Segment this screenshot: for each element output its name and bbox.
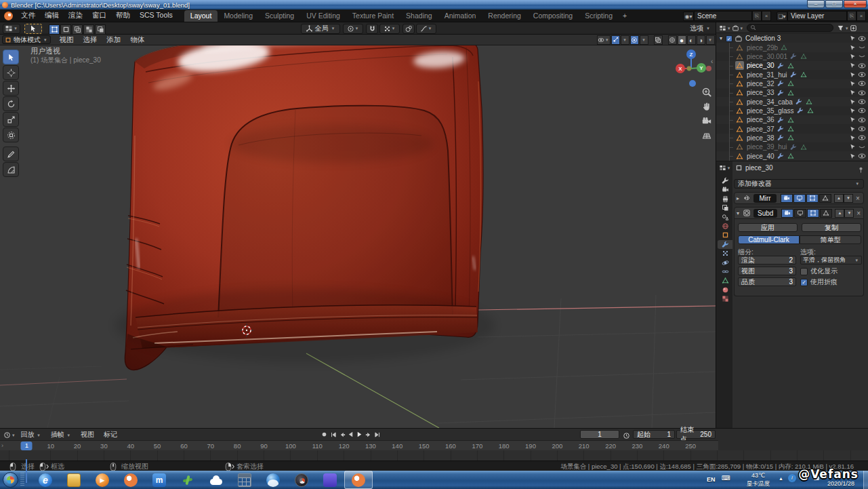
menubar-item[interactable]: 帮助 xyxy=(111,9,135,22)
gizmos-dropdown[interactable]: ▾ xyxy=(621,35,629,45)
outliner-item-piece_30[interactable]: piece_30 xyxy=(716,61,868,70)
object-name[interactable]: piece_33 xyxy=(747,89,774,96)
editor-type-button[interactable]: ▾ xyxy=(3,24,20,34)
shading-rendered-icon[interactable]: ◑ xyxy=(697,35,705,45)
timeline-menu-item[interactable]: 视图 xyxy=(76,429,99,441)
viewport-options-dropdown[interactable]: 选项▾ xyxy=(686,24,713,34)
subsurf-realtime-toggle[interactable] xyxy=(794,209,806,218)
use-preview-range-icon[interactable] xyxy=(623,431,630,439)
select-mode-intersect-icon[interactable] xyxy=(95,24,106,35)
taskbar-app-blender[interactable] xyxy=(117,471,145,489)
object-mesh-icon[interactable] xyxy=(735,88,744,97)
outliner-item-piece_29b[interactable]: piece_29b xyxy=(716,43,868,52)
mirror-modifier-name-field[interactable]: Mirr xyxy=(753,194,777,203)
outliner-item-piece_31_hui[interactable]: piece_31_hui xyxy=(716,70,868,79)
active-object-name[interactable]: piece_30 xyxy=(745,164,773,172)
properties-tab-scene[interactable] xyxy=(718,213,732,222)
object-name[interactable]: piece_39_hui xyxy=(747,143,787,151)
object-mesh-icon[interactable] xyxy=(735,52,744,61)
outliner-search-input[interactable] xyxy=(747,24,833,32)
next-keyframe-icon[interactable] xyxy=(364,430,373,439)
timeline-expand-arrow[interactable]: › xyxy=(1,442,3,449)
workspace-tab-texture-paint[interactable]: Texture Paint xyxy=(346,10,400,22)
properties-tab-object-data[interactable] xyxy=(718,276,732,285)
proportional-falloff-dropdown[interactable]: ▾ xyxy=(416,24,436,34)
transform-orientation-dropdown[interactable]: 全局▾ xyxy=(301,24,340,34)
properties-tab-modifiers[interactable] xyxy=(718,240,732,249)
restrict-select-icon[interactable] xyxy=(848,152,856,160)
workspace-tab-shading[interactable]: Shading xyxy=(400,10,438,22)
optimal-display-row[interactable]: 优化显示 xyxy=(800,267,838,276)
new-view-layer-button[interactable]: ⎘ xyxy=(847,11,856,21)
taskbar-app-file-explorer[interactable] xyxy=(60,471,88,489)
modifier-wrench-icon[interactable] xyxy=(777,62,785,70)
outliner-item-piece_40[interactable]: piece_40 xyxy=(716,151,868,160)
workspace-tab-rendering[interactable]: Rendering xyxy=(482,10,526,22)
subdivision-渲染-field[interactable]: 渲染2 xyxy=(738,256,796,265)
hide-eye-icon[interactable] xyxy=(858,106,866,115)
menubar-item[interactable]: 渲染 xyxy=(64,9,87,22)
catmull-clark-button[interactable]: Catmull-Clark xyxy=(738,235,800,244)
properties-tab-particles[interactable] xyxy=(718,249,732,258)
restrict-select-icon[interactable] xyxy=(848,98,856,106)
subsurf-delete-icon[interactable]: × xyxy=(856,210,861,217)
taskbar-app-cloud-drive[interactable] xyxy=(202,471,230,489)
restrict-select-icon[interactable] xyxy=(848,35,856,43)
properties-tab-world[interactable] xyxy=(718,222,732,231)
modifier-wrench-icon[interactable] xyxy=(795,98,803,106)
workspace-tab-modeling[interactable]: Modeling xyxy=(218,10,259,22)
modifier-wrench-icon[interactable] xyxy=(777,79,785,87)
properties-tab-physics[interactable] xyxy=(718,258,732,267)
new-scene-button[interactable]: ⎘ xyxy=(752,11,762,21)
hide-eye-icon[interactable] xyxy=(858,52,866,60)
overlays-dropdown[interactable]: ▾ xyxy=(640,35,648,45)
menubar-item[interactable]: 文件 xyxy=(16,9,40,22)
properties-tab-view-layer[interactable] xyxy=(718,203,732,212)
object-name[interactable]: piece_38 xyxy=(747,134,774,142)
uv-smooth-dropdown[interactable]: 平滑，保留拐角▾ xyxy=(800,256,862,265)
shading-material-icon[interactable]: ◐ xyxy=(687,35,696,45)
modifier-wrench-icon[interactable] xyxy=(796,106,804,115)
scale-tool[interactable] xyxy=(3,112,19,127)
annotate-tool[interactable] xyxy=(3,146,19,161)
object-mesh-icon[interactable] xyxy=(735,98,744,106)
hide-eye-icon[interactable] xyxy=(858,152,866,160)
blender-logo-icon[interactable] xyxy=(4,12,13,20)
restrict-select-icon[interactable] xyxy=(848,106,856,115)
outliner-display-mode-dropdown[interactable]: ▾ xyxy=(732,23,745,32)
restrict-select-icon[interactable] xyxy=(848,62,856,70)
transform-tool[interactable] xyxy=(3,128,19,142)
outliner-item-piece_32[interactable]: piece_32 xyxy=(716,79,868,88)
object-name[interactable]: piece_34_caba xyxy=(747,98,793,106)
modifier-wrench-icon[interactable] xyxy=(789,143,798,151)
subdivision-视图-field[interactable]: 视图3 xyxy=(738,267,796,275)
outliner-filter-button[interactable]: ▾ xyxy=(837,23,850,32)
workspace-tab-compositing[interactable]: Compositing xyxy=(527,10,579,22)
taskbar-app-maxthon-browser[interactable]: m xyxy=(145,471,173,489)
modifier-wrench-icon[interactable] xyxy=(789,52,798,60)
playhead-line[interactable] xyxy=(26,459,27,483)
view-layer-name-field[interactable]: View Layer xyxy=(787,11,847,21)
mesh-data-icon[interactable] xyxy=(787,79,795,87)
outliner-item-piece_38[interactable]: piece_38 xyxy=(716,134,868,142)
taskbar-app-media-player-dark[interactable] xyxy=(287,471,316,489)
mode-dropdown[interactable]: 物体模式▾ xyxy=(2,35,51,44)
hide-eye-icon[interactable] xyxy=(858,116,866,124)
gizmos-toggle-icon[interactable] xyxy=(611,35,620,45)
object-mesh-icon[interactable] xyxy=(735,125,744,134)
rotate-tool[interactable] xyxy=(3,96,19,111)
timeline-menu-item[interactable]: 回放 ▾ xyxy=(16,429,46,441)
current-frame-field[interactable]: 1 xyxy=(580,430,619,439)
mesh-data-icon[interactable] xyxy=(805,98,813,106)
mirror-delete-icon[interactable]: × xyxy=(856,195,860,202)
prev-keyframe-icon[interactable] xyxy=(337,430,346,439)
object-mesh-icon[interactable] xyxy=(735,43,744,52)
modifier-wrench-icon[interactable] xyxy=(777,134,785,142)
minimize-button[interactable]: – xyxy=(807,0,825,8)
subsurf-expand-icon[interactable]: ▾ xyxy=(737,210,743,216)
mirror-move-up-button[interactable]: ▲ xyxy=(834,194,844,203)
restrict-select-icon[interactable] xyxy=(848,125,856,133)
taskbar-app-browser-blue[interactable] xyxy=(259,471,287,489)
tray-expand-icon[interactable]: ▲ xyxy=(779,476,783,481)
info-tray-icon[interactable]: i xyxy=(788,474,796,482)
